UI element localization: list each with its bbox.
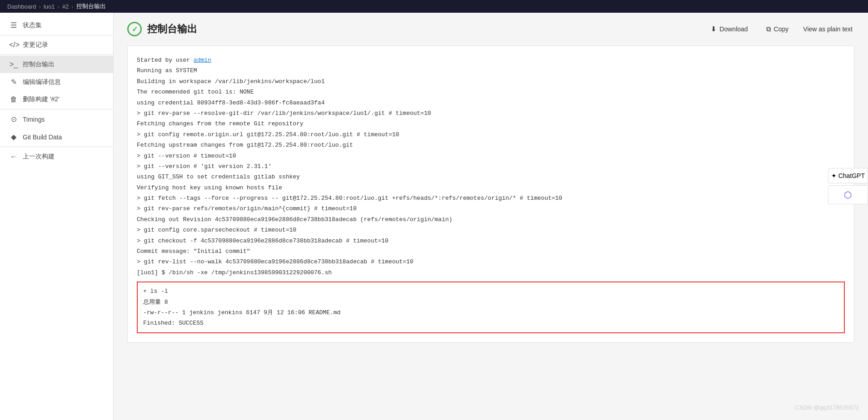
console-line: > git config remote.origin.url git@172.2… (137, 129, 845, 140)
console-line: Building in workspace /var/lib/jenkins/w… (137, 76, 845, 87)
download-icon: ⬇ (711, 25, 717, 33)
highlighted-line: 总用量 8 (143, 297, 838, 307)
console-line: Fetching upstream changes from git@172.2… (137, 140, 845, 150)
sidebar-label-status-collection: 状态集 (23, 21, 42, 30)
sidebar-item-console-output[interactable]: >_控制台输出 (0, 56, 113, 73)
breadcrumb: Dashboard › luo1 › #2 › 控制台输出 (7, 2, 106, 10)
sidebar-icon-change-log: </> (9, 41, 18, 49)
highlighted-line: + ls -l (143, 286, 838, 296)
download-button[interactable]: ⬇ Download (705, 22, 753, 36)
copy-button[interactable]: ⧉ Copy (761, 22, 794, 36)
console-line: The recommended git tool is: NONE (137, 87, 845, 97)
sidebar-label-edit-build-info: 编辑编译信息 (23, 78, 61, 86)
ai-icon: ⬡ (844, 189, 852, 200)
console-line: > git checkout -f 4c53709880eca9196e2886… (137, 236, 845, 246)
sidebar-icon-prev-build: ← (9, 153, 18, 161)
console-line: [luo1] $ /bin/sh -xe /tmp/jenkins1398599… (137, 267, 845, 278)
sidebar-icon-git-build-data: ◆ (9, 133, 18, 141)
main-content: ✓ 控制台输出 ⬇ Download ⧉ Copy View as plain … (114, 13, 868, 420)
sidebar-icon-console-output: >_ (9, 60, 18, 69)
console-line: Verifying host key using known hosts fil… (137, 183, 845, 193)
console-link[interactable]: admin (194, 57, 211, 64)
highlighted-line: Finished: SUCCESS (143, 318, 838, 328)
sidebar-label-timings: Timings (23, 116, 45, 123)
copy-label: Copy (774, 25, 789, 33)
topbar: Dashboard › luo1 › #2 › 控制台输出 (0, 0, 868, 13)
sidebar-label-prev-build: 上一次构建 (23, 153, 55, 161)
chatgpt-button[interactable]: ✦ ChatGPT (828, 168, 868, 183)
breadcrumb-build-num[interactable]: #2 (62, 3, 69, 10)
view-plain-text-link[interactable]: View as plain text (801, 23, 854, 35)
sidebar-item-change-log[interactable]: </>变更记录 (0, 36, 113, 54)
highlighted-line: -rw-r--r-- 1 jenkins jenkins 6147 9月 12 … (143, 307, 838, 318)
console-line: > git rev-list --no-walk 4c53709880eca91… (137, 257, 845, 267)
success-icon: ✓ (127, 22, 142, 36)
sidebar-label-delete-build: 删除构建 '#2' (23, 95, 60, 104)
sidebar-item-git-build-data[interactable]: ◆Git Build Data (0, 128, 113, 146)
sidebar-item-delete-build[interactable]: 🗑删除构建 '#2' (0, 91, 113, 108)
header-actions: ⬇ Download ⧉ Copy View as plain text (705, 22, 854, 36)
sidebar-icon-edit-build-info: ✎ (9, 78, 18, 86)
sidebar-label-console-output: 控制台输出 (23, 60, 55, 69)
page-title-area: ✓ 控制台输出 (127, 22, 197, 36)
console-line: > git --version # timeout=10 (137, 151, 845, 161)
sidebar-item-prev-build[interactable]: ←上一次构建 (0, 148, 113, 165)
view-plain-label: View as plain text (803, 25, 853, 33)
breadcrumb-sep-1: › (39, 3, 41, 10)
page-title: 控制台输出 (147, 22, 197, 36)
console-line: Started by user admin (137, 55, 845, 65)
sidebar-icon-timings: ⊙ (9, 115, 18, 124)
console-line: > git rev-parse refs/remotes/origin/main… (137, 203, 845, 214)
sidebar-icon-status-collection: ☰ (9, 21, 18, 30)
sidebar: ☰状态集</>变更记录>_控制台输出✎编辑编译信息🗑删除构建 '#2'⊙Timi… (0, 13, 114, 420)
console-line: using GIT_SSH to set credentials gitlab … (137, 172, 845, 182)
console-line: > git --version # 'git version 2.31.1' (137, 161, 845, 172)
console-line: using credential 80934ff8-3ed8-43d3-986f… (137, 98, 845, 108)
breadcrumb-luo1[interactable]: luo1 (44, 3, 55, 10)
console-output-panel: Started by user adminRunning as SYSTEMBu… (127, 45, 854, 343)
console-line: Commit message: "Initial commit" (137, 246, 845, 257)
console-line: Fetching changes from the remote Git rep… (137, 119, 845, 129)
console-line: > git fetch --tags --force --progress --… (137, 193, 845, 203)
breadcrumb-dashboard[interactable]: Dashboard (7, 3, 36, 10)
sidebar-item-timings[interactable]: ⊙Timings (0, 110, 113, 128)
chatgpt-icon: ✦ ChatGPT (831, 172, 865, 179)
breadcrumb-sep-3: › (71, 3, 73, 10)
sidebar-label-change-log: 变更记录 (23, 41, 48, 49)
sidebar-label-git-build-data: Git Build Data (23, 133, 62, 141)
page-header: ✓ 控制台输出 ⬇ Download ⧉ Copy View as plain … (127, 22, 854, 36)
breadcrumb-sep-2: › (58, 3, 60, 10)
right-float-panel: ✦ ChatGPT ⬡ (828, 168, 868, 204)
console-line: Running as SYSTEM (137, 65, 845, 76)
console-line: > git config core.sparsecheckout # timeo… (137, 225, 845, 235)
sidebar-icon-delete-build: 🗑 (9, 95, 18, 104)
main-layout: ☰状态集</>变更记录>_控制台输出✎编辑编译信息🗑删除构建 '#2'⊙Timi… (0, 13, 868, 420)
sidebar-item-status-collection[interactable]: ☰状态集 (0, 16, 113, 34)
console-line: > git rev-parse --resolve-git-dir /var/l… (137, 108, 845, 119)
sidebar-item-edit-build-info[interactable]: ✎编辑编译信息 (0, 73, 113, 91)
download-label: Download (719, 25, 748, 33)
ai-button[interactable]: ⬡ (828, 185, 868, 204)
copy-icon: ⧉ (766, 25, 771, 33)
console-line: Checking out Revision 4c53709880eca9196e… (137, 214, 845, 225)
highlighted-output-block: + ls -l总用量 8-rw-r--r-- 1 jenkins jenkins… (137, 282, 845, 333)
breadcrumb-current: 控制台输出 (76, 2, 106, 10)
